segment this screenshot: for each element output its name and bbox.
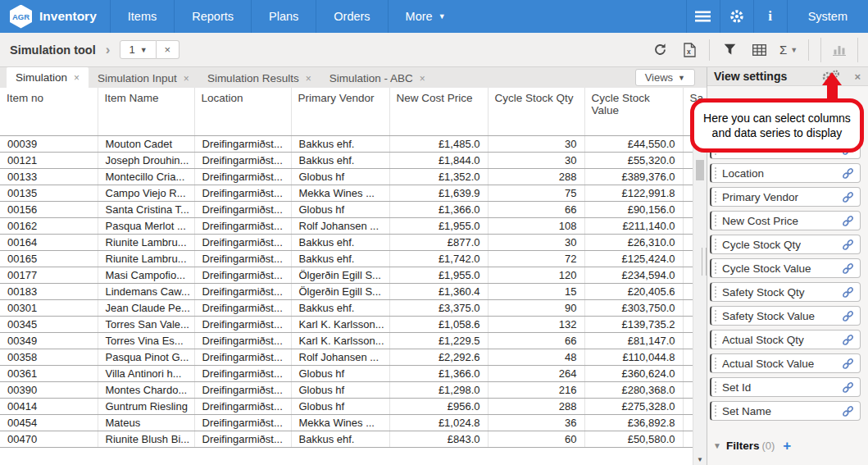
scrollbar-thumb[interactable] bbox=[696, 160, 704, 180]
drag-handle-icon[interactable] bbox=[715, 286, 716, 298]
drag-handle-icon[interactable] bbox=[715, 358, 716, 369]
page-selector-dropdown[interactable]: 1 ▼ bbox=[120, 40, 156, 59]
link-chain-icon[interactable] bbox=[842, 262, 854, 275]
table-row[interactable]: 00183Lindemans Caw...Dreifingarmiðst...Ö… bbox=[0, 283, 707, 299]
table-row[interactable]: 00454MateusDreifingarmiðst...Mekka Wines… bbox=[0, 414, 707, 431]
field-item-new-cost-price[interactable]: New Cost Price bbox=[710, 211, 861, 230]
add-filter-button[interactable]: + bbox=[783, 439, 791, 453]
table-row[interactable]: 00414Guntrum RieslingDreifingarmiðst...G… bbox=[0, 398, 707, 414]
panel-resize-gripper[interactable] bbox=[702, 248, 707, 276]
table-grid-icon[interactable] bbox=[744, 39, 774, 61]
drag-handle-icon[interactable] bbox=[715, 191, 716, 203]
gear-icon[interactable] bbox=[720, 0, 753, 33]
table-row[interactable]: 00177Masi Campofio...Dreifingarmiðst...Ö… bbox=[0, 267, 707, 283]
table-row[interactable]: 00121Joseph Drouhin...Dreifingarmiðst...… bbox=[0, 152, 707, 168]
field-item-set-id[interactable]: Set Id bbox=[710, 377, 861, 397]
table-row[interactable]: 00165Riunite Lambru...Dreifingarmiðst...… bbox=[0, 250, 707, 267]
link-chain-icon[interactable] bbox=[842, 191, 854, 203]
table-row[interactable]: 00345Torres San Vale...Dreifingarmiðst..… bbox=[0, 316, 707, 332]
table-cell: 66 bbox=[488, 201, 584, 217]
link-chain-icon[interactable] bbox=[842, 286, 854, 299]
field-item-primary-vendor[interactable]: Primary Vendor bbox=[710, 187, 861, 207]
table-row[interactable]: 00349Torres Vina Es...Dreifingarmiðst...… bbox=[0, 332, 707, 349]
views-dropdown-button[interactable]: Views ▼ bbox=[635, 69, 695, 86]
link-chain-icon[interactable] bbox=[842, 358, 854, 370]
table-cell: Dreifingarmiðst... bbox=[194, 250, 291, 267]
column-header[interactable]: Cycle Stock Qty bbox=[488, 88, 584, 135]
field-item-set-name[interactable]: Set Name bbox=[710, 401, 861, 421]
link-chain-icon[interactable] bbox=[842, 167, 854, 180]
table-row[interactable]: 00164Riunite Lambru...Dreifingarmiðst...… bbox=[0, 234, 707, 250]
table-row[interactable]: 00358Pasqua Pinot G...Dreifingarmiðst...… bbox=[0, 349, 707, 365]
chevron-down-icon[interactable]: ▼ bbox=[713, 441, 721, 450]
table-cell: £3,375.0 bbox=[389, 299, 488, 316]
panel-close-icon[interactable]: × bbox=[854, 71, 861, 83]
table-row[interactable]: 00301Jean Claude Pe...Dreifingarmiðst...… bbox=[0, 299, 707, 316]
tab-close-icon[interactable]: × bbox=[420, 73, 425, 84]
link-chain-icon[interactable] bbox=[842, 405, 854, 417]
link-chain-icon[interactable] bbox=[842, 334, 854, 346]
field-item-safety-stock-qty[interactable]: Safety Stock Qty bbox=[710, 282, 861, 302]
column-header[interactable]: Item no bbox=[0, 88, 98, 135]
tab-simulation[interactable]: Simulation× bbox=[7, 67, 89, 88]
nav-item-reports[interactable]: Reports bbox=[174, 0, 251, 33]
column-header[interactable]: Cycle Stock Value bbox=[584, 88, 683, 135]
tab-simulation-abc[interactable]: Simulation - ABC× bbox=[320, 69, 434, 88]
rows-icon[interactable] bbox=[686, 0, 720, 33]
table-row[interactable]: 00135Campo Viejo R...Dreifingarmiðst...M… bbox=[0, 185, 707, 201]
table-cell: £122,991.8 bbox=[584, 185, 683, 201]
link-chain-icon[interactable] bbox=[842, 381, 854, 394]
field-item-cycle-stock-value[interactable]: Cycle Stock Value bbox=[710, 258, 861, 278]
drag-handle-icon[interactable] bbox=[715, 262, 716, 274]
column-header[interactable]: Item Name bbox=[98, 88, 194, 135]
drag-handle-icon[interactable] bbox=[715, 405, 716, 417]
column-header[interactable]: New Cost Price bbox=[389, 88, 488, 135]
link-chain-icon[interactable] bbox=[842, 239, 854, 251]
field-item-location[interactable]: Location bbox=[710, 163, 861, 183]
table-row[interactable]: 00156Santa Cristina T...Dreifingarmiðst.… bbox=[0, 201, 707, 217]
nav-item-plans[interactable]: Plans bbox=[251, 0, 316, 33]
filters-count: (0) bbox=[761, 440, 775, 452]
field-item-cycle-stock-qty[interactable]: Cycle Stock Qty bbox=[710, 235, 861, 254]
nav-item-orders[interactable]: Orders bbox=[316, 0, 387, 33]
table-row[interactable]: 00470Riunite Blush Bi...Dreifingarmiðst.… bbox=[0, 431, 707, 447]
tab-close-icon[interactable]: × bbox=[184, 73, 189, 84]
bar-chart-icon[interactable] bbox=[820, 38, 858, 62]
table-cell: Mateus bbox=[98, 414, 194, 431]
tab-simulation-results[interactable]: Simulation Results× bbox=[198, 69, 320, 88]
refresh-icon[interactable] bbox=[645, 39, 675, 61]
filter-icon[interactable] bbox=[715, 39, 744, 61]
vertical-scrollbar[interactable]: ▼ bbox=[693, 135, 707, 465]
table-row[interactable]: 00162Pasqua Merlot ...Dreifingarmiðst...… bbox=[0, 217, 707, 234]
info-icon[interactable]: i bbox=[753, 0, 787, 33]
drag-handle-icon[interactable] bbox=[715, 381, 716, 393]
field-item-actual-stock-qty[interactable]: Actual Stock Qty bbox=[710, 330, 861, 349]
field-item-actual-stock-value[interactable]: Actual Stock Value bbox=[710, 353, 861, 373]
drag-handle-icon[interactable] bbox=[715, 215, 716, 226]
scrollbar-down-arrow-icon[interactable]: ▼ bbox=[693, 456, 707, 463]
table-row[interactable]: 00390Montes Chardo...Dreifingarmiðst...G… bbox=[0, 381, 707, 398]
drag-handle-icon[interactable] bbox=[715, 239, 716, 250]
table-row[interactable]: 00133Montecillo Cria...Dreifingarmiðst..… bbox=[0, 168, 707, 185]
drag-handle-icon[interactable] bbox=[715, 310, 716, 321]
drag-handle-icon[interactable] bbox=[715, 334, 716, 345]
field-item-safety-stock-value[interactable]: Safety Stock Value bbox=[710, 306, 861, 326]
tab-simulation-input[interactable]: Simulation Input× bbox=[89, 69, 198, 88]
brand[interactable]: AGR Inventory bbox=[0, 0, 110, 33]
table-cell: £1,955.0 bbox=[389, 267, 488, 283]
table-row[interactable]: 00039Mouton CadetDreifingarmiðst...Bakku… bbox=[0, 135, 707, 152]
tab-close-icon[interactable]: × bbox=[306, 73, 311, 84]
table-row[interactable]: 00361Villa Antinori h...Dreifingarmiðst.… bbox=[0, 365, 707, 381]
nav-item-items[interactable]: Items bbox=[110, 0, 174, 33]
column-header[interactable]: Location bbox=[194, 88, 291, 135]
tab-close-icon[interactable]: × bbox=[74, 72, 80, 84]
system-menu[interactable]: System bbox=[787, 0, 868, 33]
drag-handle-icon[interactable] bbox=[715, 167, 716, 179]
column-header[interactable]: Primary Vendor bbox=[291, 88, 389, 135]
excel-export-icon[interactable]: x bbox=[675, 39, 704, 61]
sigma-aggregate-icon[interactable]: Σ▼ bbox=[774, 39, 803, 61]
page-selector-close-button[interactable]: × bbox=[157, 40, 180, 59]
nav-item-more[interactable]: More ▼ bbox=[388, 0, 463, 33]
link-chain-icon[interactable] bbox=[842, 215, 854, 227]
link-chain-icon[interactable] bbox=[842, 310, 854, 322]
